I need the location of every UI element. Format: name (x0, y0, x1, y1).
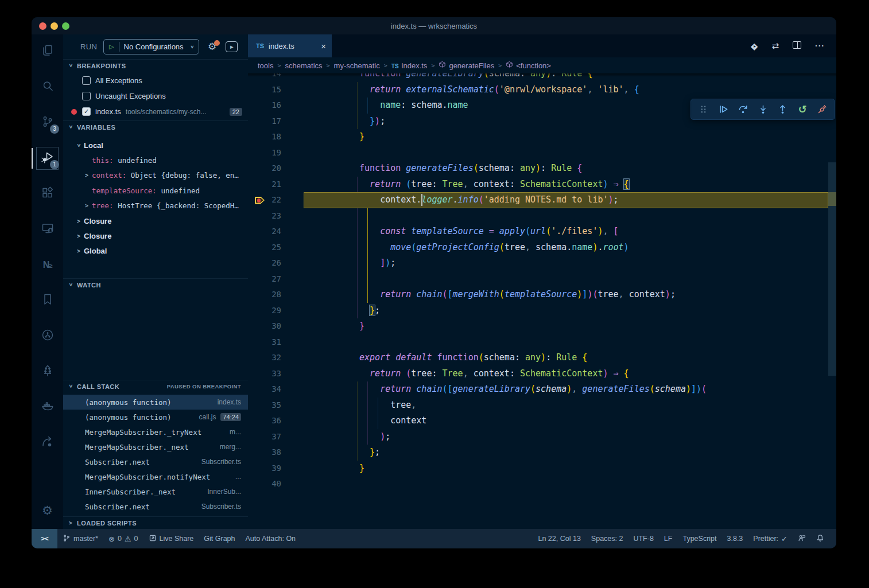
code-line[interactable]: 29 }; (248, 303, 828, 319)
code-line[interactable]: 34 return chain([generateLibrary(schema)… (248, 381, 828, 398)
code-text[interactable]: context.logger.info('adding NOTES.md to … (304, 192, 828, 208)
code-text[interactable]: return (tree: Tree, context: SchematicCo… (304, 177, 828, 193)
code-text[interactable]: tree, (304, 398, 828, 414)
gutter[interactable]: 21 (248, 177, 304, 193)
breakpoint-checkbox[interactable] (82, 76, 91, 85)
drag-handle-button[interactable] (696, 102, 711, 117)
breadcrumb-item[interactable]: my-schematic (334, 61, 380, 70)
status-encoding[interactable]: UTF-8 (628, 529, 658, 548)
code-text[interactable]: return externalSchematic('@nrwl/workspac… (304, 82, 828, 98)
code-line[interactable]: 24 const templateSource = apply(url('./f… (248, 224, 828, 240)
code-text[interactable]: function generateFiles(schema: any): Rul… (304, 161, 828, 177)
activity-item-explorer[interactable] (32, 38, 63, 65)
activity-item-run-and-debug[interactable]: 1 (32, 145, 63, 172)
gutter[interactable]: 24 (248, 224, 304, 240)
code-text[interactable]: function generateLibrary(schema: any): R… (304, 73, 828, 82)
call-stack-frame[interactable]: Subscriber.nextSubscriber.ts (63, 454, 248, 469)
minimize-window-button[interactable] (51, 22, 58, 30)
code-text[interactable]: return chain([generateLibrary(schema), g… (304, 381, 828, 398)
remote-indicator[interactable]: >< (32, 529, 57, 548)
status-git-branch[interactable]: master* (57, 529, 103, 548)
code-line[interactable]: 20function generateFiles(schema: any): R… (248, 161, 828, 177)
zoom-window-button[interactable] (62, 22, 69, 30)
code-text[interactable]: return (tree: Tree, context: SchematicCo… (304, 366, 828, 382)
gutter[interactable]: 19 (248, 145, 304, 161)
breadcrumb-item[interactable]: <function> (506, 61, 551, 70)
watch-header[interactable]: > WATCH (63, 278, 248, 291)
call-stack-header[interactable]: > CALL STACK PAUSED ON BREAKPOINT (63, 380, 248, 392)
gutter[interactable]: 31 (248, 334, 304, 351)
gutter[interactable]: 20 (248, 161, 304, 177)
variable-row[interactable]: >Closure (63, 228, 248, 243)
step-over-button[interactable] (736, 102, 751, 117)
compare-changes-icon[interactable]: ⇄ (771, 41, 779, 51)
configure-gear-button[interactable]: ⚙ (208, 41, 216, 53)
gutter[interactable]: 22 (248, 192, 304, 208)
activity-item-nx-console[interactable]: N≥ (32, 251, 63, 279)
breadcrumb-item[interactable]: tools (258, 61, 273, 70)
code-line[interactable]: 38 }; (248, 445, 828, 461)
code-line[interactable]: 18} (248, 129, 828, 145)
gutter[interactable]: 35 (248, 398, 304, 414)
status-live-share[interactable]: Live Share (143, 529, 199, 548)
gutter[interactable]: 34 (248, 381, 304, 398)
breadcrumb-item[interactable]: TSindex.ts (391, 61, 428, 70)
variable-row[interactable]: this: undefined (63, 153, 248, 168)
gutter[interactable]: 18 (248, 129, 304, 145)
code-line[interactable]: 30} (248, 318, 828, 334)
code-line[interactable]: 31 (248, 334, 828, 351)
gutter[interactable]: 14 (248, 73, 304, 82)
gutter[interactable]: 27 (248, 271, 304, 287)
call-stack-frame[interactable]: (anonymous function)index.ts (63, 395, 248, 410)
code-line[interactable]: 23 (248, 208, 828, 224)
variable-row[interactable]: >Closure (63, 213, 248, 228)
status-git-graph[interactable]: Git Graph (199, 529, 240, 548)
activity-item-extensions[interactable] (32, 180, 63, 208)
breakpoint-checkbox[interactable]: ✓ (82, 107, 91, 116)
close-window-button[interactable] (39, 22, 46, 30)
gutter[interactable]: 30 (248, 318, 304, 334)
tab-index-ts[interactable]: TS index.ts × (248, 34, 332, 57)
status-indentation[interactable]: Spaces: 2 (586, 529, 629, 548)
disconnect-button[interactable] (815, 102, 830, 117)
activity-item-testing[interactable] (32, 358, 63, 385)
gutter[interactable]: 29 (248, 303, 304, 319)
code-text[interactable] (304, 145, 828, 161)
activity-item-source-control[interactable]: 3 (32, 109, 63, 137)
status-notifications[interactable] (811, 529, 829, 548)
code-line[interactable]: 14function generateLibrary(schema: any):… (248, 73, 828, 82)
step-out-button[interactable] (775, 102, 790, 117)
loaded-scripts-header[interactable]: > LOADED SCRIPTS (63, 516, 248, 529)
code-line[interactable]: 36 context (248, 413, 828, 429)
gutter[interactable]: 16 (248, 98, 304, 114)
gutter[interactable]: 40 (248, 476, 304, 492)
more-actions-icon[interactable]: ··· (815, 41, 825, 51)
editor-scrollbar[interactable] (828, 73, 836, 529)
breakpoint-row[interactable]: All Exceptions (63, 73, 248, 88)
code-text[interactable]: } (304, 318, 828, 334)
activity-item-docker[interactable] (32, 394, 63, 421)
code-text[interactable] (304, 476, 828, 492)
code-text[interactable]: ); (304, 429, 828, 445)
open-changes-icon[interactable]: ◆▸ (751, 41, 758, 52)
activity-item-gitlens[interactable] (32, 429, 63, 457)
split-editor-icon[interactable] (793, 41, 801, 51)
code-line[interactable]: 26 ]); (248, 255, 828, 271)
code-text[interactable] (304, 271, 828, 287)
activity-item-remote-explorer[interactable] (32, 216, 63, 243)
call-stack-frame[interactable]: MergeMapSubscriber._tryNextm... (63, 425, 248, 439)
code-line[interactable]: 40 (248, 476, 828, 492)
code-line[interactable]: 35 tree, (248, 398, 828, 414)
close-tab-icon[interactable]: × (321, 41, 326, 51)
start-debug-icon[interactable]: ▷ (109, 43, 114, 50)
code-line[interactable]: 28 return chain([mergeWith(templateSourc… (248, 287, 828, 303)
gutter[interactable]: 37 (248, 429, 304, 445)
activity-item-manage[interactable]: ⚙ (32, 497, 63, 524)
variable-row[interactable]: >Global (63, 244, 248, 259)
gutter[interactable]: 17 (248, 114, 304, 130)
gutter[interactable]: 23 (248, 208, 304, 224)
code-text[interactable]: } (304, 461, 828, 477)
status-feedback[interactable] (793, 529, 811, 548)
gutter[interactable]: 38 (248, 445, 304, 461)
activity-item-search[interactable] (32, 73, 63, 101)
